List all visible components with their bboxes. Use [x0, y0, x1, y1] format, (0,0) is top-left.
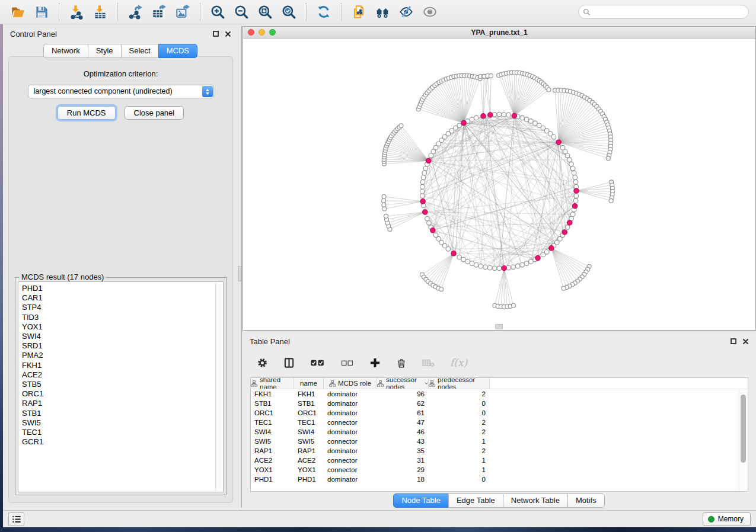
- tab-style[interactable]: Style: [88, 44, 122, 58]
- graph-hub-node[interactable]: [535, 255, 540, 260]
- tab-edge-table[interactable]: Edge Table: [448, 493, 503, 508]
- search-box[interactable]: [578, 5, 749, 19]
- float-window-icon[interactable]: [731, 338, 736, 344]
- zoom-out-icon[interactable]: [232, 3, 250, 21]
- graph-node[interactable]: [574, 194, 579, 198]
- mcds-result-item[interactable]: SWI4: [22, 332, 223, 341]
- tab-select[interactable]: Select: [121, 44, 159, 58]
- graph-leaf-node[interactable]: [399, 124, 403, 128]
- first-neighbors-icon[interactable]: [374, 3, 391, 21]
- unselect-all-icon[interactable]: [340, 359, 354, 367]
- table-scrollbar-thumb[interactable]: [741, 395, 746, 463]
- graph-node[interactable]: [483, 265, 488, 270]
- mcds-result-item[interactable]: SRD1: [22, 341, 223, 351]
- graph-leaf-node[interactable]: [382, 203, 386, 207]
- minimize-window-icon[interactable]: [259, 29, 265, 36]
- graph-node[interactable]: [492, 266, 497, 271]
- table-row[interactable]: FKH1FKH1dominator962: [251, 389, 748, 399]
- table-row[interactable]: TEC1TEC1connector472: [251, 418, 748, 427]
- graph-node[interactable]: [506, 113, 511, 117]
- mcds-result-item[interactable]: ACE2: [22, 370, 223, 380]
- zoom-in-icon[interactable]: [209, 3, 227, 21]
- graph-hub-node[interactable]: [426, 158, 430, 163]
- mcds-result-item[interactable]: PMA2: [22, 351, 223, 360]
- tab-node-table[interactable]: Node Table: [393, 493, 449, 508]
- task-history-button[interactable]: [8, 512, 24, 526]
- graph-node[interactable]: [541, 252, 546, 257]
- import-network-icon[interactable]: [68, 3, 85, 21]
- import-table-icon[interactable]: [91, 3, 109, 21]
- zoom-selected-icon[interactable]: [280, 3, 298, 21]
- graph-node[interactable]: [551, 134, 556, 139]
- graph-node[interactable]: [520, 262, 525, 267]
- clone-network-icon[interactable]: [350, 3, 368, 21]
- mcds-list-scrollbar[interactable]: [215, 283, 222, 491]
- close-window-icon[interactable]: [248, 29, 254, 36]
- graph-node[interactable]: [479, 264, 483, 268]
- graph-node[interactable]: [474, 116, 479, 120]
- graph-node[interactable]: [573, 180, 578, 185]
- mcds-result-item[interactable]: ORC1: [22, 389, 223, 399]
- float-window-icon[interactable]: [213, 31, 219, 37]
- mcds-result-item[interactable]: CAR1: [22, 293, 223, 303]
- show-columns-icon[interactable]: [283, 357, 295, 368]
- graph-hub-node[interactable]: [488, 113, 493, 117]
- graph-node[interactable]: [572, 171, 576, 175]
- graph-hub-node[interactable]: [481, 114, 486, 118]
- graph-node[interactable]: [573, 198, 578, 203]
- mcds-result-list[interactable]: PHD1CAR1STP4TID3YOX1SWI4SRD1PMA2FKH1ACE2…: [18, 281, 224, 492]
- table-row[interactable]: STB1STB1dominator620: [251, 399, 748, 408]
- graph-hub-node[interactable]: [574, 188, 579, 193]
- maximize-window-icon[interactable]: [269, 29, 276, 36]
- graph-node[interactable]: [465, 259, 470, 264]
- graph-node[interactable]: [567, 158, 572, 162]
- graph-node[interactable]: [422, 171, 427, 175]
- node-table[interactable]: shared namenameMCDS rolesuccessor nodesp…: [250, 377, 748, 492]
- close-panel-button[interactable]: Close panel: [125, 106, 184, 120]
- graph-leaf-node[interactable]: [382, 194, 386, 198]
- mcds-result-item[interactable]: PHD1: [22, 284, 223, 293]
- graph-node[interactable]: [423, 166, 428, 171]
- column-header-successor-nodes[interactable]: successor nodes: [377, 378, 429, 389]
- graph-node[interactable]: [474, 262, 479, 267]
- table-row[interactable]: SWI5SWI5connector431: [251, 437, 748, 446]
- graph-node[interactable]: [570, 166, 575, 171]
- graph-node[interactable]: [524, 261, 529, 266]
- mcds-result-item[interactable]: RAP1: [22, 399, 223, 408]
- mcds-result-item[interactable]: GCR1: [22, 437, 223, 447]
- graph-node[interactable]: [470, 261, 474, 266]
- run-mcds-button[interactable]: Run MCDS: [58, 106, 116, 120]
- graph-hub-node[interactable]: [549, 246, 554, 251]
- close-panel-icon[interactable]: [225, 31, 231, 37]
- graph-node[interactable]: [488, 265, 493, 270]
- graph-node[interactable]: [420, 180, 425, 185]
- graph-leaf-node[interactable]: [489, 73, 493, 78]
- graph-node[interactable]: [427, 221, 432, 226]
- graph-leaf-node[interactable]: [606, 156, 610, 161]
- column-header-predecessor-nodes[interactable]: predecessor nodes: [429, 378, 490, 389]
- select-all-icon[interactable]: [310, 358, 325, 367]
- graph-node[interactable]: [457, 255, 462, 259]
- graph-node[interactable]: [457, 123, 462, 128]
- graph-node[interactable]: [520, 116, 525, 120]
- hide-selected-icon[interactable]: [397, 3, 415, 21]
- table-scrollbar[interactable]: [739, 390, 748, 491]
- network-canvas[interactable]: [243, 39, 755, 330]
- open-file-icon[interactable]: [9, 3, 27, 21]
- graph-node[interactable]: [515, 264, 520, 268]
- column-header-name[interactable]: name: [294, 378, 324, 389]
- graph-hub-node[interactable]: [461, 120, 466, 125]
- mcds-result-item[interactable]: STB5: [22, 380, 223, 389]
- table-row[interactable]: ACE2ACE2connector311: [251, 456, 748, 465]
- splitter-handle[interactable]: [238, 266, 241, 281]
- mcds-result-item[interactable]: TID3: [22, 313, 223, 322]
- criterion-select[interactable]: largest connected component (undirected): [28, 85, 214, 98]
- graph-hub-node[interactable]: [423, 210, 428, 214]
- graph-hub-node[interactable]: [567, 220, 572, 225]
- graph-node[interactable]: [570, 212, 575, 217]
- refresh-icon[interactable]: [315, 3, 333, 21]
- export-network-icon[interactable]: [126, 3, 144, 21]
- graph-leaf-node[interactable]: [384, 214, 388, 218]
- tab-mcds[interactable]: MCDS: [158, 44, 197, 58]
- graph-node[interactable]: [420, 194, 425, 198]
